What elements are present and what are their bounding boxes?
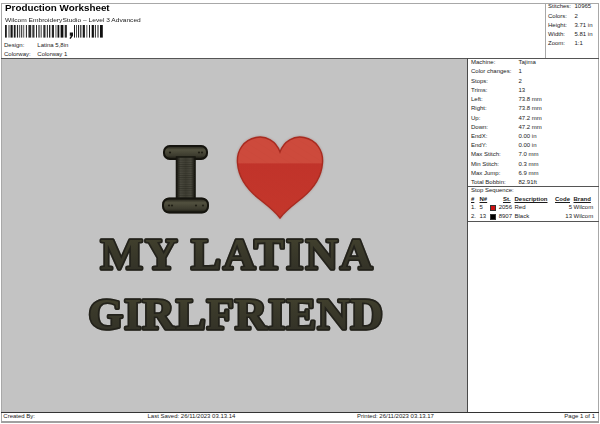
svg-text:GIRLFRIEND: GIRLFRIEND xyxy=(88,289,384,339)
svg-text:MY LATINA: MY LATINA xyxy=(101,229,375,279)
